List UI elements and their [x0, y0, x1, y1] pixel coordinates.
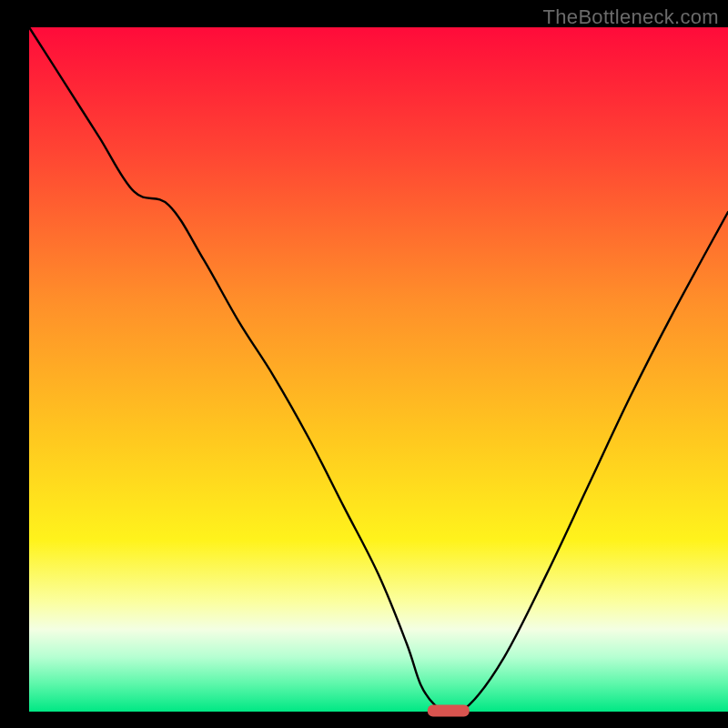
bottleneck-chart	[0, 0, 728, 728]
chart-frame: TheBottleneck.com	[0, 0, 728, 728]
min-marker	[428, 705, 470, 717]
plot-background	[29, 27, 728, 712]
watermark-text: TheBottleneck.com	[543, 5, 719, 29]
